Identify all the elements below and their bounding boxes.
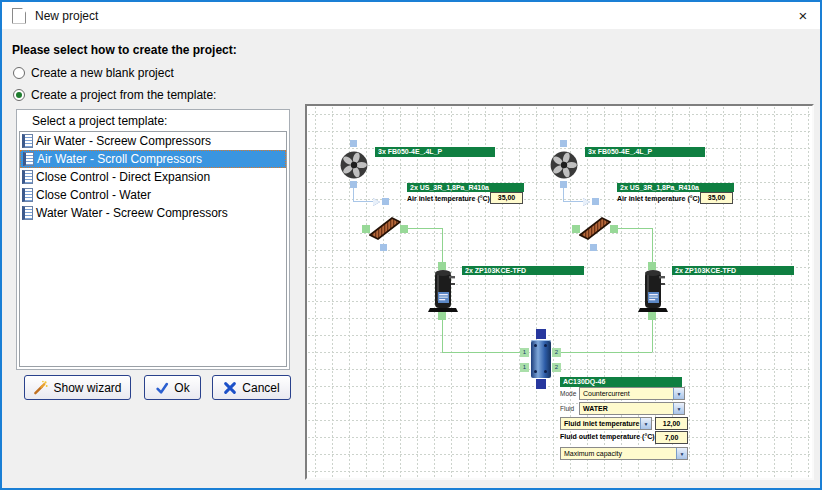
air-inlet-value-field[interactable]: 35,00: [490, 192, 523, 204]
pipe-line: [353, 188, 354, 202]
close-icon[interactable]: ×: [786, 2, 820, 29]
chevron-down-icon[interactable]: ▼: [673, 403, 684, 414]
port-node: [560, 181, 567, 188]
port-node: [350, 181, 357, 188]
pipe-line: [652, 228, 653, 263]
wizard-wand-icon: [33, 380, 48, 395]
port-node: [648, 312, 656, 320]
hx-top-port: [536, 329, 546, 339]
document-icon: [22, 134, 33, 148]
title-bar: New project ×: [2, 2, 820, 29]
port-node: [590, 244, 597, 251]
scroll-compressor-icon[interactable]: [428, 267, 458, 313]
inlet-param-select[interactable]: Fluid inlet temperature (... ▼: [560, 417, 652, 430]
hx-port-2: 2: [552, 348, 561, 357]
pipe-line: [442, 228, 443, 263]
document-icon: [22, 170, 33, 184]
pipe-line: [563, 188, 564, 202]
fan-model-label: 3x FB050-4E_.4L_P: [585, 147, 705, 157]
template-panel: Select a project template: Air Water - S…: [16, 109, 290, 370]
mode-value: Countercurrent: [583, 390, 630, 397]
fan-icon[interactable]: [340, 151, 368, 179]
list-item-selected[interactable]: Air Water - Scroll Compressors: [20, 150, 286, 168]
outlet-temp-label: Fluid outlet temperature (°C): [560, 433, 655, 440]
schematic-canvas: 3x FB050-4E_.4L_P 2x US_3R_1,8Pa_R410a A…: [307, 106, 812, 478]
pipe-line: [563, 201, 583, 202]
inlet-param-value: Fluid inlet temperature (...: [564, 420, 650, 427]
air-inlet-label: Air inlet temperature (°C): [407, 195, 490, 202]
chevron-down-icon[interactable]: ▼: [640, 418, 651, 429]
check-icon: [155, 381, 169, 395]
document-icon: [23, 152, 34, 166]
inlet-temp-field[interactable]: 12,00: [655, 417, 688, 430]
dialog-prompt: Please select how to create the project:: [12, 43, 237, 57]
pipe-line: [408, 228, 442, 229]
capacity-select[interactable]: Maximum capacity ▼: [560, 447, 688, 460]
new-document-icon: [12, 8, 26, 24]
ok-button[interactable]: Ok: [144, 375, 201, 400]
air-inlet-value-field[interactable]: 35,00: [700, 192, 733, 204]
flow-arrow-icon: [583, 198, 590, 206]
condenser-model-label: 2x US_3R_1,8Pa_R410a: [617, 183, 734, 192]
list-item-label: Air Water - Screew Compressors: [36, 134, 211, 148]
template-list[interactable]: Air Water - Screew Compressors Air Water…: [19, 131, 287, 367]
radio-blank-project[interactable]: Create a new blank project: [13, 66, 174, 80]
radio-selected-icon[interactable]: [13, 89, 25, 101]
port-node: [438, 312, 446, 320]
show-wizard-label: Show wizard: [53, 381, 121, 395]
pipe-line: [353, 201, 373, 202]
list-item-label: Close Control - Water: [36, 188, 151, 202]
document-icon: [22, 206, 33, 220]
mode-label: Mode: [560, 390, 576, 397]
document-icon: [22, 188, 33, 202]
port-node: [380, 244, 387, 251]
evaporator-model-label: AC130DQ-46: [560, 377, 682, 387]
list-item[interactable]: Water Water - Screew Compressors: [20, 204, 286, 222]
fluid-label: Fluid: [560, 405, 574, 412]
cancel-button[interactable]: Cancel: [212, 375, 291, 400]
condenser-coil-icon[interactable]: [369, 215, 401, 242]
list-item-label: Air Water - Scroll Compressors: [37, 152, 202, 166]
port-node: [400, 225, 408, 233]
radio-template-label: Create a project from the template:: [31, 88, 216, 102]
compressor-model-label: 2x ZP103KCE-TFD: [672, 266, 794, 275]
list-item[interactable]: Close Control - Direct Expansion: [20, 168, 286, 186]
port-node: [560, 140, 567, 147]
cancel-label: Cancel: [242, 381, 279, 395]
show-wizard-button[interactable]: Show wizard: [24, 375, 131, 400]
radio-icon[interactable]: [13, 67, 25, 79]
radio-blank-label: Create a new blank project: [31, 66, 174, 80]
fluid-value: WATER: [583, 405, 608, 412]
condenser-coil-icon[interactable]: [579, 215, 611, 242]
radio-template-project[interactable]: Create a project from the template:: [13, 88, 216, 102]
list-item[interactable]: Air Water - Screew Compressors: [20, 132, 286, 150]
pipe-line: [618, 228, 652, 229]
compressor-model-label: 2x ZP103KCE-TFD: [462, 266, 584, 275]
scroll-compressor-icon[interactable]: [638, 267, 668, 313]
list-item[interactable]: Close Control - Water: [20, 186, 286, 204]
fan-icon[interactable]: [550, 151, 578, 179]
pipe-line: [561, 352, 652, 353]
condenser-model-label: 2x US_3R_1,8Pa_R410a: [407, 183, 524, 192]
chevron-down-icon[interactable]: ▼: [673, 388, 684, 399]
mode-select[interactable]: Countercurrent ▼: [579, 387, 685, 400]
fan-model-label: 3x FB050-4E_.4L_P: [375, 147, 495, 157]
air-inlet-label: Air inlet temperature (°C): [617, 195, 700, 202]
fluid-select[interactable]: WATER ▼: [579, 402, 685, 415]
hx-bottom-port: [536, 379, 546, 389]
pipe-line: [442, 352, 522, 353]
ok-label: Ok: [174, 381, 189, 395]
port-node: [592, 198, 599, 205]
outlet-temp-field[interactable]: 7,00: [655, 431, 688, 444]
plate-heat-exchanger-icon[interactable]: [531, 340, 551, 378]
template-preview-panel: 3x FB050-4E_.4L_P 2x US_3R_1,8Pa_R410a A…: [305, 104, 814, 480]
hx-port-2: 2: [552, 363, 561, 372]
chevron-down-icon[interactable]: ▼: [676, 448, 687, 459]
port-node: [350, 140, 357, 147]
capacity-value: Maximum capacity: [564, 450, 622, 457]
pipe-line: [442, 320, 443, 352]
template-list-header: Select a project template:: [17, 110, 289, 131]
flow-arrow-icon: [373, 198, 380, 206]
hx-port-1: 1: [520, 363, 529, 372]
port-node: [610, 225, 618, 233]
